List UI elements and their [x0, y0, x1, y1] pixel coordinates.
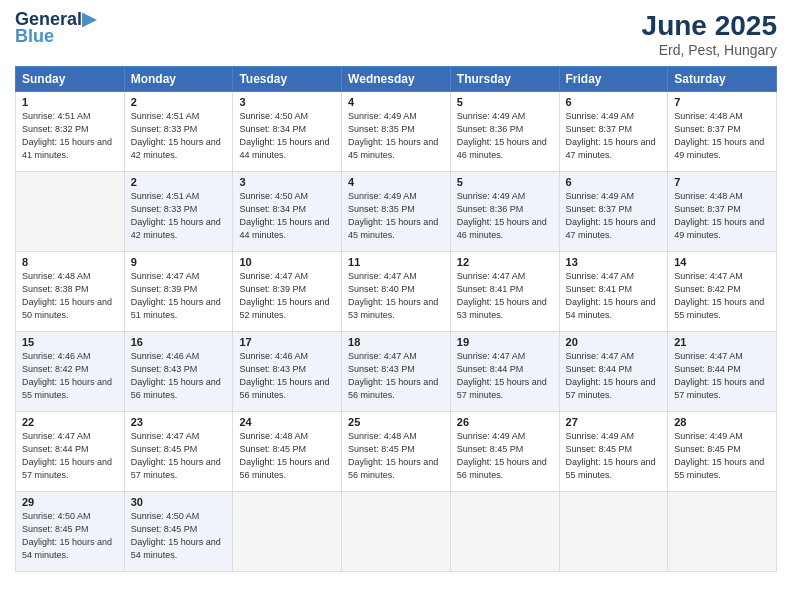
day-number: 5 — [457, 176, 553, 188]
day-number: 5 — [457, 96, 553, 108]
table-row: 6 Sunrise: 4:49 AM Sunset: 8:37 PM Dayli… — [559, 92, 668, 172]
table-row: 22 Sunrise: 4:47 AM Sunset: 8:44 PM Dayl… — [16, 412, 125, 492]
day-number: 2 — [131, 176, 227, 188]
day-number: 13 — [566, 256, 662, 268]
table-row: 19 Sunrise: 4:47 AM Sunset: 8:44 PM Dayl… — [450, 332, 559, 412]
table-row: 4 Sunrise: 4:49 AM Sunset: 8:35 PM Dayli… — [342, 92, 451, 172]
table-row — [668, 492, 777, 572]
day-number: 23 — [131, 416, 227, 428]
day-number: 6 — [566, 96, 662, 108]
day-number: 11 — [348, 256, 444, 268]
day-info: Sunrise: 4:46 AM Sunset: 8:43 PM Dayligh… — [131, 350, 227, 402]
day-number: 18 — [348, 336, 444, 348]
table-row: 21 Sunrise: 4:47 AM Sunset: 8:44 PM Dayl… — [668, 332, 777, 412]
page: General▶ Blue June 2025 Erd, Pest, Hunga… — [0, 0, 792, 612]
table-row: 12 Sunrise: 4:47 AM Sunset: 8:41 PM Dayl… — [450, 252, 559, 332]
table-row: 17 Sunrise: 4:46 AM Sunset: 8:43 PM Dayl… — [233, 332, 342, 412]
day-info: Sunrise: 4:48 AM Sunset: 8:37 PM Dayligh… — [674, 190, 770, 242]
col-tuesday: Tuesday — [233, 67, 342, 92]
table-row: 4 Sunrise: 4:49 AM Sunset: 8:35 PM Dayli… — [342, 172, 451, 252]
day-info: Sunrise: 4:47 AM Sunset: 8:44 PM Dayligh… — [457, 350, 553, 402]
day-number: 22 — [22, 416, 118, 428]
day-info: Sunrise: 4:49 AM Sunset: 8:45 PM Dayligh… — [566, 430, 662, 482]
day-number: 16 — [131, 336, 227, 348]
header: General▶ Blue June 2025 Erd, Pest, Hunga… — [15, 10, 777, 58]
table-row: 11 Sunrise: 4:47 AM Sunset: 8:40 PM Dayl… — [342, 252, 451, 332]
day-number: 27 — [566, 416, 662, 428]
day-number: 12 — [457, 256, 553, 268]
day-number: 15 — [22, 336, 118, 348]
title-block: June 2025 Erd, Pest, Hungary — [642, 10, 777, 58]
day-info: Sunrise: 4:50 AM Sunset: 8:45 PM Dayligh… — [131, 510, 227, 562]
table-row: 16 Sunrise: 4:46 AM Sunset: 8:43 PM Dayl… — [124, 332, 233, 412]
col-saturday: Saturday — [668, 67, 777, 92]
col-friday: Friday — [559, 67, 668, 92]
table-row: 27 Sunrise: 4:49 AM Sunset: 8:45 PM Dayl… — [559, 412, 668, 492]
day-info: Sunrise: 4:47 AM Sunset: 8:44 PM Dayligh… — [22, 430, 118, 482]
table-row: 20 Sunrise: 4:47 AM Sunset: 8:44 PM Dayl… — [559, 332, 668, 412]
day-number: 20 — [566, 336, 662, 348]
day-info: Sunrise: 4:49 AM Sunset: 8:37 PM Dayligh… — [566, 110, 662, 162]
day-info: Sunrise: 4:46 AM Sunset: 8:43 PM Dayligh… — [239, 350, 335, 402]
logo-blue: Blue — [15, 26, 54, 47]
logo: General▶ Blue — [15, 10, 96, 47]
day-info: Sunrise: 4:50 AM Sunset: 8:34 PM Dayligh… — [239, 190, 335, 242]
day-info: Sunrise: 4:49 AM Sunset: 8:35 PM Dayligh… — [348, 110, 444, 162]
table-row: 26 Sunrise: 4:49 AM Sunset: 8:45 PM Dayl… — [450, 412, 559, 492]
table-row: 10 Sunrise: 4:47 AM Sunset: 8:39 PM Dayl… — [233, 252, 342, 332]
table-row: 30 Sunrise: 4:50 AM Sunset: 8:45 PM Dayl… — [124, 492, 233, 572]
table-row: 6 Sunrise: 4:49 AM Sunset: 8:37 PM Dayli… — [559, 172, 668, 252]
table-row: 3 Sunrise: 4:50 AM Sunset: 8:34 PM Dayli… — [233, 92, 342, 172]
day-number: 6 — [566, 176, 662, 188]
day-number: 2 — [131, 96, 227, 108]
day-number: 9 — [131, 256, 227, 268]
day-info: Sunrise: 4:48 AM Sunset: 8:37 PM Dayligh… — [674, 110, 770, 162]
calendar: Sunday Monday Tuesday Wednesday Thursday… — [15, 66, 777, 572]
table-row: 2 Sunrise: 4:51 AM Sunset: 8:33 PM Dayli… — [124, 92, 233, 172]
day-number: 14 — [674, 256, 770, 268]
subtitle: Erd, Pest, Hungary — [642, 42, 777, 58]
table-row: 5 Sunrise: 4:49 AM Sunset: 8:36 PM Dayli… — [450, 172, 559, 252]
day-info: Sunrise: 4:48 AM Sunset: 8:45 PM Dayligh… — [239, 430, 335, 482]
day-info: Sunrise: 4:49 AM Sunset: 8:45 PM Dayligh… — [674, 430, 770, 482]
day-number: 26 — [457, 416, 553, 428]
day-info: Sunrise: 4:51 AM Sunset: 8:32 PM Dayligh… — [22, 110, 118, 162]
day-number: 30 — [131, 496, 227, 508]
table-row: 1 Sunrise: 4:51 AM Sunset: 8:32 PM Dayli… — [16, 92, 125, 172]
table-row: 23 Sunrise: 4:47 AM Sunset: 8:45 PM Dayl… — [124, 412, 233, 492]
day-info: Sunrise: 4:47 AM Sunset: 8:41 PM Dayligh… — [566, 270, 662, 322]
day-info: Sunrise: 4:47 AM Sunset: 8:39 PM Dayligh… — [131, 270, 227, 322]
day-number: 8 — [22, 256, 118, 268]
table-row — [450, 492, 559, 572]
day-number: 7 — [674, 176, 770, 188]
day-info: Sunrise: 4:49 AM Sunset: 8:36 PM Dayligh… — [457, 190, 553, 242]
day-number: 28 — [674, 416, 770, 428]
table-row: 18 Sunrise: 4:47 AM Sunset: 8:43 PM Dayl… — [342, 332, 451, 412]
day-info: Sunrise: 4:47 AM Sunset: 8:44 PM Dayligh… — [674, 350, 770, 402]
day-number: 3 — [239, 96, 335, 108]
day-number: 19 — [457, 336, 553, 348]
day-number: 25 — [348, 416, 444, 428]
col-sunday: Sunday — [16, 67, 125, 92]
day-info: Sunrise: 4:47 AM Sunset: 8:40 PM Dayligh… — [348, 270, 444, 322]
day-info: Sunrise: 4:49 AM Sunset: 8:45 PM Dayligh… — [457, 430, 553, 482]
day-number: 29 — [22, 496, 118, 508]
day-info: Sunrise: 4:47 AM Sunset: 8:41 PM Dayligh… — [457, 270, 553, 322]
day-info: Sunrise: 4:50 AM Sunset: 8:34 PM Dayligh… — [239, 110, 335, 162]
table-row: 28 Sunrise: 4:49 AM Sunset: 8:45 PM Dayl… — [668, 412, 777, 492]
day-info: Sunrise: 4:47 AM Sunset: 8:39 PM Dayligh… — [239, 270, 335, 322]
day-info: Sunrise: 4:49 AM Sunset: 8:37 PM Dayligh… — [566, 190, 662, 242]
table-row: 3 Sunrise: 4:50 AM Sunset: 8:34 PM Dayli… — [233, 172, 342, 252]
day-info: Sunrise: 4:49 AM Sunset: 8:35 PM Dayligh… — [348, 190, 444, 242]
table-row — [559, 492, 668, 572]
table-row: 25 Sunrise: 4:48 AM Sunset: 8:45 PM Dayl… — [342, 412, 451, 492]
day-info: Sunrise: 4:46 AM Sunset: 8:42 PM Dayligh… — [22, 350, 118, 402]
day-info: Sunrise: 4:50 AM Sunset: 8:45 PM Dayligh… — [22, 510, 118, 562]
day-number: 4 — [348, 96, 444, 108]
col-wednesday: Wednesday — [342, 67, 451, 92]
day-info: Sunrise: 4:51 AM Sunset: 8:33 PM Dayligh… — [131, 110, 227, 162]
day-number: 10 — [239, 256, 335, 268]
main-title: June 2025 — [642, 10, 777, 42]
day-info: Sunrise: 4:49 AM Sunset: 8:36 PM Dayligh… — [457, 110, 553, 162]
table-row: 7 Sunrise: 4:48 AM Sunset: 8:37 PM Dayli… — [668, 92, 777, 172]
